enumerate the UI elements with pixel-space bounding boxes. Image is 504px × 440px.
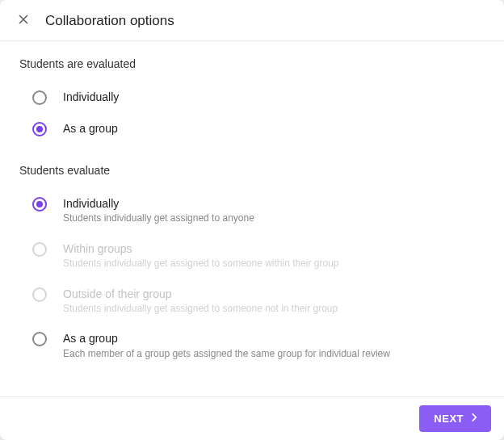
radio-sublabel: Students individually get assigned to so… <box>63 258 339 270</box>
dialog-footer: NEXT <box>0 396 504 440</box>
radio-dot-icon <box>36 201 43 207</box>
radio-option-eval-within-groups: Within groups Students individually get … <box>32 233 485 279</box>
radio-text: Outside of their group Students individu… <box>63 287 338 316</box>
dialog-title: Collaboration options <box>45 13 174 29</box>
radio-label: Within groups <box>63 241 339 256</box>
radio-button[interactable] <box>32 122 47 136</box>
radio-option-eval-outside-group: Outside of their group Students individu… <box>32 279 485 324</box>
radio-text: Individually Students individually get a… <box>63 196 254 225</box>
radio-button <box>32 242 47 257</box>
dialog-content: Students are evaluated Individually As a… <box>0 41 504 396</box>
radio-group-evaluated: Individually As a group <box>19 82 485 145</box>
radio-group-evaluate: Individually Students individually get a… <box>19 188 485 368</box>
radio-label: As a group <box>63 331 390 346</box>
radio-text: As a group <box>63 121 118 136</box>
radio-button <box>32 287 47 302</box>
radio-button[interactable] <box>32 332 47 346</box>
radio-button[interactable] <box>32 197 47 212</box>
radio-label: Individually <box>63 90 119 104</box>
section-label-evaluate: Students evaluate <box>19 164 485 177</box>
radio-option-as-a-group[interactable]: As a group <box>32 113 485 145</box>
close-button[interactable] <box>16 14 31 28</box>
radio-option-eval-as-a-group[interactable]: As a group Each member of a group gets a… <box>32 323 485 368</box>
next-button-label: NEXT <box>434 413 464 425</box>
close-icon <box>17 13 30 29</box>
chevron-right-icon <box>468 412 480 425</box>
next-button[interactable]: NEXT <box>419 405 491 432</box>
radio-dot-icon <box>36 126 43 132</box>
radio-button[interactable] <box>32 90 47 105</box>
radio-option-eval-individually[interactable]: Individually Students individually get a… <box>32 188 485 233</box>
radio-sublabel: Each member of a group gets assigned the… <box>63 348 390 361</box>
radio-text: As a group Each member of a group gets a… <box>63 331 390 360</box>
radio-sublabel: Students individually get assigned to so… <box>63 303 338 316</box>
radio-text: Individually <box>63 90 119 104</box>
radio-option-individually[interactable]: Individually <box>32 82 485 113</box>
radio-text: Within groups Students individually get … <box>63 241 339 270</box>
collaboration-options-dialog: Collaboration options Students are evalu… <box>0 0 504 440</box>
radio-label: Individually <box>63 196 254 211</box>
radio-label: As a group <box>63 121 118 136</box>
dialog-header: Collaboration options <box>0 0 504 41</box>
radio-label: Outside of their group <box>63 287 338 301</box>
section-label-evaluated: Students are evaluated <box>19 57 485 70</box>
radio-sublabel: Students individually get assigned to an… <box>63 212 254 225</box>
